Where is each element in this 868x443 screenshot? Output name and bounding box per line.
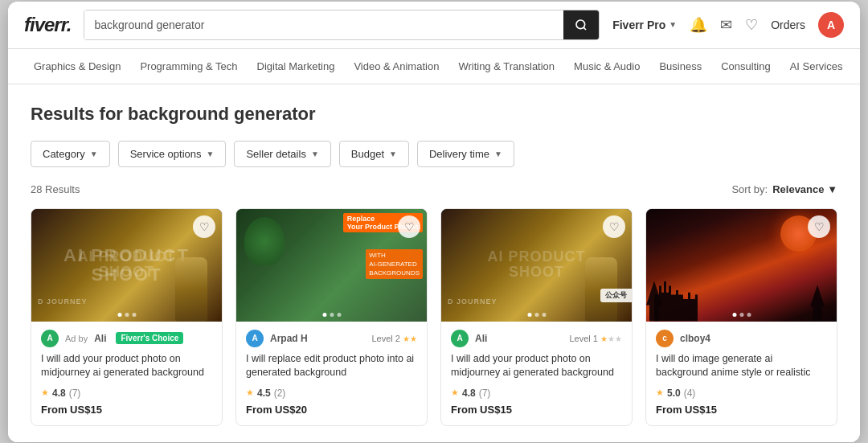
seller-avatar: A (451, 330, 469, 347)
ad-label: Ad by (65, 334, 88, 343)
rating-value: 5.0 (667, 388, 681, 399)
filter-category[interactable]: Category ▼ (31, 141, 110, 167)
card-title: I will add your product photo on midjour… (451, 352, 622, 381)
logo[interactable]: fiverr. (24, 14, 71, 36)
seller-name[interactable]: Ali (94, 333, 106, 344)
nav-graphics-design[interactable]: Graphics & Design (24, 49, 130, 84)
rating-count: (7) (479, 388, 491, 399)
chevron-down-icon: ▼ (90, 150, 98, 158)
results-title: Results for background generator (31, 104, 837, 125)
chevron-down-icon: ▼ (827, 183, 837, 195)
card-thumbnail: AI PRODUCTSHOOT D JOURNEY 公众号 ♡ (441, 209, 632, 322)
rating-count: (4) (684, 388, 696, 399)
card-thumbnail: ReplaceYour Product Photos WITHAI-GENERA… (236, 209, 427, 322)
results-count: 28 Results (31, 183, 80, 195)
card-price: From US$15 (41, 404, 212, 416)
rating-value: 4.8 (52, 388, 66, 399)
card-title: I will add your product photo on midjour… (41, 352, 212, 381)
wishlist-button[interactable]: ♡ (603, 215, 625, 238)
nav-business[interactable]: Business (649, 49, 711, 84)
nav-music-audio[interactable]: Music & Audio (564, 49, 649, 84)
card-price: From US$15 (451, 404, 622, 416)
seller-avatar: c (656, 330, 674, 347)
card-thumbnail: AI PRODUCTSHOOT D JOURNEY ♡ (31, 209, 222, 322)
filter-service-options[interactable]: Service options ▼ (118, 141, 227, 167)
messages-icon[interactable]: ✉ (720, 16, 732, 34)
fiverrs-choice-badge: Fiverr's Choice (116, 332, 183, 344)
star-icon: ★ (656, 388, 664, 398)
nav-digital-marketing[interactable]: Digital Marketing (248, 49, 345, 84)
cards-grid: AI PRODUCTSHOOT D JOURNEY ♡ A (31, 208, 837, 426)
search-bar (84, 10, 600, 40)
nav-video-animation[interactable]: Video & Animation (344, 49, 448, 84)
chevron-down-icon: ▼ (494, 150, 502, 158)
table-row[interactable]: ♡ c clboy4 I will do image generate ai b… (645, 208, 837, 426)
wishlist-button[interactable]: ♡ (808, 215, 830, 238)
table-row[interactable]: ReplaceYour Product Photos WITHAI-GENERA… (235, 208, 428, 426)
seller-name[interactable]: Arpad H (270, 333, 308, 344)
filters-bar: Category ▼ Service options ▼ Seller deta… (31, 141, 837, 167)
avatar[interactable]: A (818, 12, 844, 38)
rating-value: 4.8 (462, 388, 476, 399)
seller-name[interactable]: Ali (475, 333, 487, 344)
seller-name[interactable]: clboy4 (680, 333, 710, 344)
chevron-down-icon: ▼ (669, 20, 677, 29)
seller-level: Level 2 ★★ (371, 334, 417, 343)
rating-count: (7) (69, 388, 81, 399)
search-input[interactable] (84, 10, 563, 39)
seller-avatar: A (41, 330, 59, 347)
results-bar: 28 Results Sort by: Relevance ▼ (31, 183, 837, 195)
star-icon: ★ (41, 388, 49, 398)
card-thumbnail: ♡ (646, 209, 837, 322)
nav-programming-tech[interactable]: Programming & Tech (130, 49, 247, 84)
seller-level: Level 1 ★★★ (569, 334, 622, 343)
chevron-down-icon: ▼ (311, 150, 319, 158)
svg-line-1 (583, 27, 586, 30)
sort-selector[interactable]: Relevance ▼ (772, 183, 837, 195)
wishlist-button[interactable]: ♡ (398, 215, 420, 238)
search-icon (575, 18, 588, 31)
card-title: I will do image generate ai background a… (656, 352, 827, 381)
logo-text: fiverr. (24, 14, 71, 35)
header-right: Fiverr Pro ▼ 🔔 ✉ ♡ Orders A (612, 12, 844, 38)
chevron-down-icon: ▼ (207, 150, 215, 158)
seller-avatar: A (246, 330, 264, 347)
star-icon: ★ (451, 388, 459, 398)
search-button[interactable] (563, 10, 599, 39)
header: fiverr. Fiverr Pro ▼ 🔔 ✉ ♡ Orders A (8, 2, 860, 49)
notifications-icon[interactable]: 🔔 (690, 16, 707, 34)
nav-writing-translation[interactable]: Writing & Translation (448, 49, 564, 84)
filter-budget[interactable]: Budget ▼ (339, 141, 409, 167)
table-row[interactable]: AI PRODUCTSHOOT D JOURNEY ♡ A (31, 208, 223, 426)
star-icon: ★ (246, 388, 254, 398)
card-price: From US$20 (246, 404, 417, 416)
filter-seller-details[interactable]: Seller details ▼ (234, 141, 330, 167)
favorites-icon[interactable]: ♡ (745, 16, 758, 34)
nav-personal-growth[interactable]: Personal Growth (852, 49, 860, 84)
sort-bar: Sort by: Relevance ▼ (731, 183, 837, 195)
rating-value: 4.5 (257, 388, 271, 399)
filter-delivery-time[interactable]: Delivery time ▼ (417, 141, 514, 167)
nav-consulting[interactable]: Consulting (711, 49, 780, 84)
main-content: Results for background generator Categor… (8, 84, 860, 442)
card-price: From US$15 (656, 404, 827, 416)
chevron-down-icon: ▼ (389, 150, 397, 158)
card-title: I will replace edit product photo into a… (246, 352, 417, 381)
nav-ai-services[interactable]: AI Services (780, 49, 853, 84)
orders-button[interactable]: Orders (771, 18, 805, 31)
svg-point-0 (576, 20, 585, 29)
rating-count: (2) (274, 388, 286, 399)
wishlist-button[interactable]: ♡ (193, 215, 215, 238)
table-row[interactable]: AI PRODUCTSHOOT D JOURNEY 公众号 ♡ (440, 208, 633, 426)
fiverr-pro-button[interactable]: Fiverr Pro ▼ (612, 18, 677, 31)
category-nav: Graphics & Design Programming & Tech Dig… (8, 49, 860, 84)
